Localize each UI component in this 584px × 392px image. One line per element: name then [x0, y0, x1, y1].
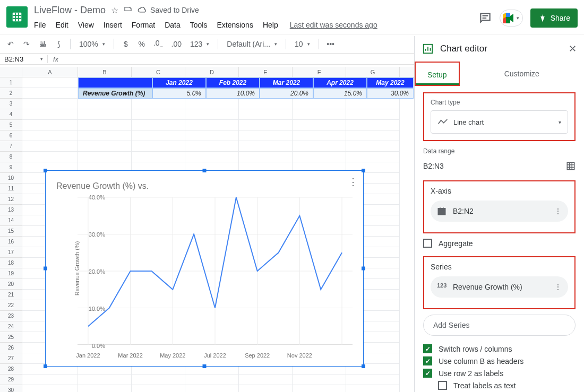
cell[interactable]	[346, 120, 400, 130]
series-chip[interactable]: 123 Revenue Growth (%) ⋮	[431, 276, 568, 298]
percent-icon[interactable]: %	[135, 38, 148, 50]
row-header[interactable]: 7	[0, 141, 22, 152]
cell[interactable]	[22, 374, 78, 385]
cell[interactable]	[132, 109, 185, 120]
comments-icon[interactable]	[478, 11, 492, 25]
col-header[interactable]: A	[22, 67, 78, 77]
cell[interactable]	[346, 99, 400, 109]
more-icon[interactable]: ⋮	[554, 283, 562, 291]
last-edit-link[interactable]: Last edit was seconds ago	[290, 21, 377, 29]
print-icon[interactable]: 🖶	[36, 38, 49, 50]
row-header[interactable]: 13	[0, 205, 22, 215]
row-header[interactable]: 20	[0, 279, 22, 290]
cell[interactable]	[22, 77, 78, 88]
row-header[interactable]: 2	[0, 88, 22, 99]
cell[interactable]	[239, 374, 293, 385]
number-format-select[interactable]: 123	[187, 39, 212, 49]
col-header[interactable]: E	[239, 67, 293, 77]
row-header[interactable]: 17	[0, 247, 22, 258]
menu-edit[interactable]: Edit	[56, 21, 68, 29]
resize-handle[interactable]	[362, 267, 365, 271]
cell[interactable]	[293, 120, 346, 130]
row-header[interactable]: 21	[0, 290, 22, 300]
cell[interactable]	[78, 374, 132, 385]
cell[interactable]	[346, 152, 400, 162]
cell[interactable]	[132, 374, 185, 385]
cell[interactable]	[78, 385, 132, 392]
menu-format[interactable]: Format	[132, 21, 155, 29]
row-header[interactable]: 24	[0, 321, 22, 332]
col-header[interactable]: B	[78, 67, 132, 77]
menu-file[interactable]: File	[34, 21, 46, 29]
cell[interactable]	[22, 385, 78, 392]
tab-customize[interactable]: Customize	[460, 62, 584, 86]
cell[interactable]	[78, 152, 132, 162]
meet-icon[interactable]: ▾	[500, 10, 523, 27]
undo-icon[interactable]: ↶	[4, 38, 17, 50]
row-header[interactable]: 18	[0, 258, 22, 268]
spreadsheet-grid[interactable]: A B C D E F G 12345678910111213141516171…	[0, 67, 414, 392]
star-icon[interactable]: ☆	[111, 5, 118, 15]
cell[interactable]	[132, 385, 185, 392]
cell[interactable]	[185, 109, 239, 120]
menu-insert[interactable]: Insert	[104, 21, 122, 29]
cell[interactable]	[185, 152, 239, 162]
row-header[interactable]: 3	[0, 99, 22, 109]
cell[interactable]	[346, 141, 400, 152]
row-header[interactable]: 27	[0, 353, 22, 364]
cell[interactable]	[239, 141, 293, 152]
cell[interactable]	[346, 374, 400, 385]
font-size-select[interactable]: 10	[291, 39, 313, 49]
cell[interactable]	[293, 130, 346, 141]
cell[interactable]	[132, 99, 185, 109]
cell[interactable]	[293, 141, 346, 152]
xaxis-chip[interactable]: B2:N2 ⋮	[431, 201, 568, 222]
row-header[interactable]: 25	[0, 332, 22, 343]
chart-type-select[interactable]: Line chart	[431, 110, 568, 134]
row-header[interactable]: 23	[0, 311, 22, 321]
redo-icon[interactable]: ↷	[20, 38, 33, 50]
menu-tools[interactable]: Tools	[190, 21, 208, 29]
select-all-corner[interactable]	[0, 67, 22, 77]
menu-help[interactable]: Help	[263, 21, 278, 29]
row-header[interactable]: 30	[0, 385, 22, 392]
cell[interactable]	[346, 109, 400, 120]
increase-decimal-icon[interactable]: .00	[169, 38, 184, 50]
cell[interactable]	[22, 88, 78, 99]
row-header[interactable]: 28	[0, 364, 22, 374]
chart-object[interactable]: ⋮ Revenue Growth (%) vs. Revenue Growth …	[45, 170, 364, 367]
currency-icon[interactable]: $	[119, 38, 132, 50]
cell[interactable]	[239, 385, 293, 392]
cell[interactable]	[239, 109, 293, 120]
row-header[interactable]: 6	[0, 130, 22, 141]
zoom-select[interactable]: 100%	[76, 39, 108, 49]
row-header[interactable]: 12	[0, 194, 22, 205]
col-header[interactable]: F	[293, 67, 346, 77]
cell[interactable]	[239, 152, 293, 162]
cell[interactable]	[239, 99, 293, 109]
select-range-icon[interactable]	[566, 161, 576, 171]
row-header[interactable]: 15	[0, 226, 22, 237]
cell[interactable]	[22, 99, 78, 109]
row-header[interactable]: 29	[0, 374, 22, 385]
cell[interactable]	[346, 385, 400, 392]
aggregate-checkbox[interactable]	[423, 239, 432, 248]
data-range-value[interactable]: B2:N3	[423, 162, 444, 170]
row-header[interactable]: 19	[0, 268, 22, 279]
tab-setup[interactable]: Setup	[416, 63, 459, 85]
row-header[interactable]: 11	[0, 184, 22, 194]
cell[interactable]	[22, 109, 78, 120]
resize-handle[interactable]	[362, 169, 365, 172]
cell[interactable]	[185, 374, 239, 385]
row-labels-checkbox[interactable]	[423, 369, 432, 378]
row-header[interactable]: 9	[0, 162, 22, 173]
cell[interactable]	[132, 141, 185, 152]
cell[interactable]	[293, 152, 346, 162]
chart-menu-icon[interactable]: ⋮	[348, 176, 358, 188]
row-header[interactable]: 26	[0, 343, 22, 353]
document-title[interactable]: LiveFlow - Demo	[34, 5, 106, 16]
cell[interactable]	[239, 130, 293, 141]
menu-extensions[interactable]: Extensions	[217, 21, 253, 29]
cell[interactable]	[22, 152, 78, 162]
col-headers-checkbox[interactable]	[423, 356, 432, 365]
